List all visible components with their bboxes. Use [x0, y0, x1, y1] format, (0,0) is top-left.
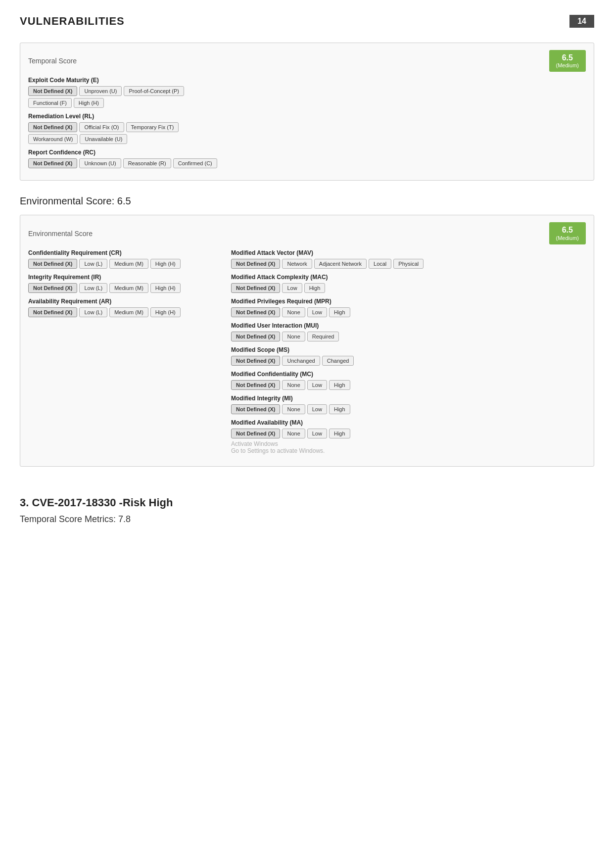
- cr-btn-high[interactable]: High (H): [150, 259, 181, 269]
- environmental-score-level: (Medium): [556, 235, 579, 241]
- modified-attack-complexity-section: Modified Attack Complexity (MAC) Not Def…: [231, 274, 586, 293]
- mac-btn-low[interactable]: Low: [282, 283, 302, 293]
- modified-availability-section: Modified Availability (MA) Not Defined (…: [231, 419, 586, 454]
- mui-btn-not-defined[interactable]: Not Defined (X): [231, 332, 280, 341]
- modified-user-interaction-label: Modified User Interaction (MUI): [231, 322, 586, 329]
- availability-req-label: Availability Requirement (AR): [28, 298, 216, 305]
- exploit-code-maturity-label: Exploit Code Maturity (E): [28, 77, 586, 84]
- mc-btn-none[interactable]: None: [282, 380, 305, 390]
- modified-privileges-required-buttons: Not Defined (X) None Low High: [231, 307, 586, 317]
- rl-btn-temporary-fix[interactable]: Temporary Fix (T): [126, 122, 179, 132]
- rl-btn-workaround[interactable]: Workaround (W): [28, 134, 78, 144]
- mpr-btn-none[interactable]: None: [282, 307, 305, 317]
- modified-availability-label: Modified Availability (MA): [231, 419, 586, 426]
- mpr-btn-low[interactable]: Low: [307, 307, 327, 317]
- mav-btn-not-defined[interactable]: Not Defined (X): [231, 259, 280, 269]
- mi-btn-low[interactable]: Low: [307, 404, 327, 414]
- ecm-btn-unproven[interactable]: Unproven (U): [79, 86, 122, 96]
- report-confidence-label: Report Confidence (RC): [28, 149, 586, 156]
- mpr-btn-not-defined[interactable]: Not Defined (X): [231, 307, 280, 317]
- mac-btn-not-defined[interactable]: Not Defined (X): [231, 283, 280, 293]
- mi-btn-none[interactable]: None: [282, 404, 305, 414]
- modified-scope-label: Modified Scope (MS): [231, 346, 586, 353]
- mav-btn-network[interactable]: Network: [282, 259, 312, 269]
- ms-btn-changed[interactable]: Changed: [322, 356, 354, 366]
- mui-btn-required[interactable]: Required: [307, 332, 339, 341]
- mc-btn-high[interactable]: High: [329, 380, 350, 390]
- modified-integrity-section: Modified Integrity (MI) Not Defined (X) …: [231, 395, 586, 414]
- cr-btn-low[interactable]: Low (L): [79, 259, 107, 269]
- ir-btn-high[interactable]: High (H): [150, 283, 181, 293]
- mav-btn-physical[interactable]: Physical: [393, 259, 424, 269]
- integrity-req-label: Integrity Requirement (IR): [28, 274, 216, 281]
- mpr-btn-high[interactable]: High: [329, 307, 350, 317]
- mi-btn-high[interactable]: High: [329, 404, 350, 414]
- mi-btn-not-defined[interactable]: Not Defined (X): [231, 404, 280, 414]
- integrity-req-section: Integrity Requirement (IR) Not Defined (…: [28, 274, 216, 293]
- ms-btn-not-defined[interactable]: Not Defined (X): [231, 356, 280, 366]
- ir-btn-low[interactable]: Low (L): [79, 283, 107, 293]
- mc-btn-not-defined[interactable]: Not Defined (X): [231, 380, 280, 390]
- modified-scope-section: Modified Scope (MS) Not Defined (X) Unch…: [231, 346, 586, 366]
- environmental-right-col: Modified Attack Vector (MAV) Not Defined…: [231, 249, 586, 459]
- rl-btn-official-fix[interactable]: Official Fix (O): [79, 122, 124, 132]
- ma-btn-none[interactable]: None: [282, 429, 305, 438]
- temporal-score-card-title: Temporal Score: [28, 57, 77, 65]
- environmental-score-card-title: Environmental Score: [28, 230, 93, 238]
- mui-btn-none[interactable]: None: [282, 332, 305, 341]
- ecm-btn-functional[interactable]: Functional (F): [28, 98, 72, 108]
- ecm-btn-proof-of-concept[interactable]: Proof-of-Concept (P): [124, 86, 184, 96]
- environmental-score-columns: Confidentiality Requirement (CR) Not Def…: [28, 249, 586, 459]
- ar-btn-high[interactable]: High (H): [150, 307, 181, 317]
- modified-integrity-buttons: Not Defined (X) None Low High: [231, 404, 586, 414]
- exploit-code-maturity-buttons-row2: Functional (F) High (H): [28, 98, 586, 108]
- ir-btn-not-defined[interactable]: Not Defined (X): [28, 283, 77, 293]
- mav-btn-adjacent-network[interactable]: Adjacent Network: [314, 259, 367, 269]
- modified-privileges-required-label: Modified Privileges Required (MPR): [231, 298, 586, 305]
- ar-btn-not-defined[interactable]: Not Defined (X): [28, 307, 77, 317]
- temporal-score-metrics-text: Temporal Score Metrics: 7.8: [20, 514, 594, 525]
- ma-btn-not-defined[interactable]: Not Defined (X): [231, 429, 280, 438]
- rc-btn-reasonable[interactable]: Reasonable (R): [123, 158, 171, 168]
- modified-integrity-label: Modified Integrity (MI): [231, 395, 586, 402]
- integrity-req-buttons: Not Defined (X) Low (L) Medium (M) High …: [28, 283, 216, 293]
- modified-attack-vector-section: Modified Attack Vector (MAV) Not Defined…: [231, 249, 586, 269]
- modified-scope-buttons: Not Defined (X) Unchanged Changed: [231, 356, 586, 366]
- ir-btn-medium[interactable]: Medium (M): [109, 283, 148, 293]
- rc-btn-unknown[interactable]: Unknown (U): [79, 158, 121, 168]
- mc-btn-low[interactable]: Low: [307, 380, 327, 390]
- environmental-score-badge: 6.5 (Medium): [549, 222, 586, 244]
- report-confidence-buttons: Not Defined (X) Unknown (U) Reasonable (…: [28, 158, 586, 168]
- modified-attack-vector-buttons: Not Defined (X) Network Adjacent Network…: [231, 259, 586, 269]
- cr-btn-medium[interactable]: Medium (M): [109, 259, 148, 269]
- rc-btn-not-defined[interactable]: Not Defined (X): [28, 158, 77, 168]
- modified-attack-vector-label: Modified Attack Vector (MAV): [231, 249, 586, 256]
- rl-btn-not-defined[interactable]: Not Defined (X): [28, 122, 77, 132]
- mac-btn-high[interactable]: High: [304, 283, 326, 293]
- page-header: VULNERABILITIES 14: [20, 15, 594, 28]
- remediation-level-section: Remediation Level (RL) Not Defined (X) O…: [28, 113, 586, 144]
- modified-privileges-required-section: Modified Privileges Required (MPR) Not D…: [231, 298, 586, 317]
- modified-confidentiality-label: Modified Confidentiality (MC): [231, 371, 586, 378]
- mav-btn-local[interactable]: Local: [369, 259, 391, 269]
- rc-btn-confirmed[interactable]: Confirmed (C): [173, 158, 217, 168]
- ar-btn-medium[interactable]: Medium (M): [109, 307, 148, 317]
- ma-btn-high[interactable]: High: [329, 429, 350, 438]
- modified-attack-complexity-buttons: Not Defined (X) Low High: [231, 283, 586, 293]
- modified-attack-complexity-label: Modified Attack Complexity (MAC): [231, 274, 586, 281]
- ma-btn-low[interactable]: Low: [307, 429, 327, 438]
- ecm-btn-high[interactable]: High (H): [74, 98, 104, 108]
- environmental-score-value: 6.5: [562, 226, 573, 234]
- rl-btn-unavailable[interactable]: Unavailable (U): [80, 134, 127, 144]
- activate-windows-line1: Activate Windows: [231, 440, 278, 447]
- cr-btn-not-defined[interactable]: Not Defined (X): [28, 259, 77, 269]
- modified-availability-buttons: Not Defined (X) None Low High: [231, 429, 586, 438]
- ar-btn-low[interactable]: Low (L): [79, 307, 107, 317]
- environmental-score-card: Environmental Score 6.5 (Medium) Confide…: [20, 215, 594, 466]
- remediation-level-buttons-row2: Workaround (W) Unavailable (U): [28, 134, 586, 144]
- ms-btn-unchanged[interactable]: Unchanged: [282, 356, 320, 366]
- modified-user-interaction-section: Modified User Interaction (MUI) Not Defi…: [231, 322, 586, 341]
- modified-confidentiality-buttons: Not Defined (X) None Low High: [231, 380, 586, 390]
- exploit-code-maturity-buttons-row1: Not Defined (X) Unproven (U) Proof-of-Co…: [28, 86, 586, 96]
- ecm-btn-not-defined[interactable]: Not Defined (X): [28, 86, 77, 96]
